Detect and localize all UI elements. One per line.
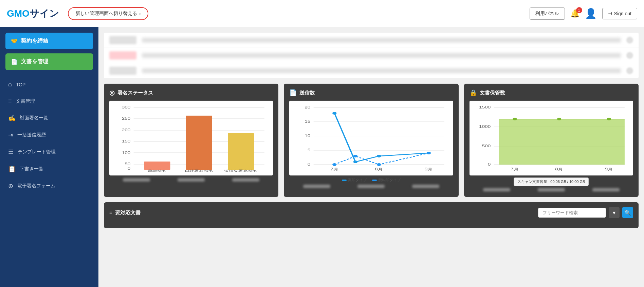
hokan-footer-blur-3 xyxy=(592,188,620,191)
svg-text:8月: 8月 xyxy=(555,167,563,171)
blurred-text-1 xyxy=(142,38,621,43)
point2-3 xyxy=(377,163,381,166)
area-point-3 xyxy=(607,118,611,120)
storage-value: 00.06 GB / 10.00 GB xyxy=(550,180,585,184)
sidebar-top-label: TOP xyxy=(16,82,26,87)
svg-text:10: 10 xyxy=(305,134,311,138)
user-icon[interactable]: 👤 xyxy=(585,8,597,19)
blurred-icon-3 xyxy=(626,67,633,74)
shomei-status-card: ◎ 署名ステータス 300 250 20 xyxy=(104,84,278,197)
search-area: ▾ 🔍 xyxy=(538,207,633,218)
shomei-footer-blur-1 xyxy=(123,178,150,182)
shomei-status-title: ◎ 署名ステータス xyxy=(109,89,273,97)
template-icon: ☰ xyxy=(8,148,14,156)
svg-text:0: 0 xyxy=(487,163,491,167)
electronic-sign-icon: ⊕ xyxy=(8,182,13,190)
sidebar-item-denshi-shomei[interactable]: ⊕ 電子署名フォーム xyxy=(0,178,98,194)
svg-text:150: 150 xyxy=(122,139,131,144)
bar-shonin-machi xyxy=(144,162,170,170)
svg-text:7月: 7月 xyxy=(331,167,339,171)
blurred-row-2 xyxy=(104,48,639,63)
sidebar-item-taimen-shomei[interactable]: ✍ 対面署名一覧 xyxy=(0,110,98,126)
legend-keiyakuin-dot xyxy=(372,180,377,181)
blurred-text-2 xyxy=(142,53,621,58)
legend-jitsuin-label: 実印タイプ xyxy=(348,178,367,183)
keiyaku-締結-button[interactable]: 🤝 契約を締結 xyxy=(5,33,93,49)
filter-button[interactable]: ▾ xyxy=(609,207,620,218)
svg-text:9月: 9月 xyxy=(425,167,433,171)
sidebar-item-bunsho-kanri[interactable]: ≡ 文書管理 xyxy=(0,94,98,109)
sidebar-denshi-label: 電子署名フォーム xyxy=(17,183,55,189)
sidebar-taimen-label: 対面署名一覧 xyxy=(20,115,48,121)
bar-sosin-shomei xyxy=(228,133,254,170)
bunsho-hokan-label: 文書保管数 xyxy=(480,90,505,96)
new-ui-button[interactable]: 新しい管理画面へ切り替える › xyxy=(68,7,148,20)
hokan-footer-blur-1 xyxy=(483,188,510,191)
svg-text:100: 100 xyxy=(122,151,131,155)
signout-button[interactable]: ⊣ Sign out xyxy=(602,8,637,19)
point1-2 xyxy=(353,161,357,163)
keiyaku-label: 契約を締結 xyxy=(21,37,48,45)
dashboard-cards: ◎ 署名ステータス 300 250 20 xyxy=(104,84,639,197)
svg-text:20: 20 xyxy=(305,105,311,109)
shomei-footer-blur-3 xyxy=(232,178,259,182)
svg-text:9月: 9月 xyxy=(605,167,613,171)
storage-info: スキャン文書容量 00.06 GB / 10.00 GB xyxy=(470,178,633,186)
sidebar-item-shitaaki[interactable]: 📋 下書き一覧 xyxy=(0,161,98,177)
storage-label: スキャン文書容量 xyxy=(517,180,547,184)
sosin-su-chart: 20 15 10 5 0 7月 8月 9月 xyxy=(289,101,453,175)
bunsho-kanri-button[interactable]: 📄 文書を管理 xyxy=(5,53,93,70)
riyou-panel-button[interactable]: 利用パネル xyxy=(530,7,565,20)
svg-text:0: 0 xyxy=(308,163,311,167)
filter-icon: ▾ xyxy=(613,209,615,216)
shomei-footer xyxy=(109,178,273,182)
area-chart-svg: 1500 1000 500 0 7月 8月 9月 xyxy=(473,104,630,172)
bar-jisha-shomei xyxy=(186,116,212,170)
signout-label: Sign out xyxy=(614,11,631,16)
keiyaku-icon: 🤝 xyxy=(11,38,18,44)
svg-text:1000: 1000 xyxy=(479,125,491,129)
logo-gmo: GMO xyxy=(7,8,30,19)
bulk-send-icon: ⇥ xyxy=(8,131,13,139)
svg-text:300: 300 xyxy=(122,105,131,109)
legend-keiyakuin-label: 契約印タイプ xyxy=(378,178,401,183)
sidebar-item-top[interactable]: ⌂ TOP xyxy=(0,77,98,92)
document-list-icon: ≡ xyxy=(8,98,12,105)
blurred-row-1 xyxy=(104,33,639,48)
svg-text:8月: 8月 xyxy=(375,167,383,171)
notification-button[interactable]: 🔔 1 xyxy=(570,9,579,18)
sidebar-ikkatsu-label: 一括送信履歴 xyxy=(17,132,46,138)
sosin-footer-blur-2 xyxy=(357,185,385,188)
logo-sign: サイン xyxy=(30,8,59,19)
legend-jitsuin: 実印タイプ xyxy=(342,178,367,183)
sosin-su-card: 📄 送信数 20 15 10 5 xyxy=(284,84,458,197)
sosin-su-title: 📄 送信数 xyxy=(289,89,453,97)
logo-area: GMOサイン xyxy=(7,7,61,20)
new-ui-label: 新しい管理画面へ切り替える xyxy=(75,11,137,17)
svg-text:送信先署名待ち: 送信先署名待ち xyxy=(224,169,258,172)
sidebar-item-template[interactable]: ☰ テンプレート管理 xyxy=(0,144,98,160)
sosin-footer xyxy=(289,185,453,188)
blurred-tag-1 xyxy=(109,36,136,44)
search-input[interactable] xyxy=(538,208,606,218)
lock-icon: 🔒 xyxy=(470,89,477,97)
blurred-row-3 xyxy=(104,63,639,78)
svg-text:承認待ち: 承認待ち xyxy=(148,169,167,172)
sosin-footer-blur-3 xyxy=(412,185,439,188)
face-to-face-icon: ✍ xyxy=(8,114,16,122)
point2-1 xyxy=(332,163,336,166)
line-chart-svg: 20 15 10 5 0 7月 8月 9月 xyxy=(293,104,449,172)
draft-icon: 📋 xyxy=(8,165,16,173)
svg-text:15: 15 xyxy=(305,120,311,124)
svg-text:自社署名待ち: 自社署名待ち xyxy=(185,169,214,172)
search-button[interactable]: 🔍 xyxy=(622,207,633,218)
sidebar-item-ikkatsu-sosin[interactable]: ⇥ 一括送信履歴 xyxy=(0,127,98,143)
blurred-tag-3 xyxy=(109,67,136,75)
svg-text:50: 50 xyxy=(125,162,130,166)
blurred-text-3 xyxy=(142,68,621,73)
home-icon: ⌂ xyxy=(8,81,12,88)
svg-text:200: 200 xyxy=(122,128,131,132)
line2-契約印 xyxy=(335,153,429,165)
sosin-su-label: 送信数 xyxy=(299,90,315,96)
logo: GMOサイン xyxy=(7,7,59,20)
